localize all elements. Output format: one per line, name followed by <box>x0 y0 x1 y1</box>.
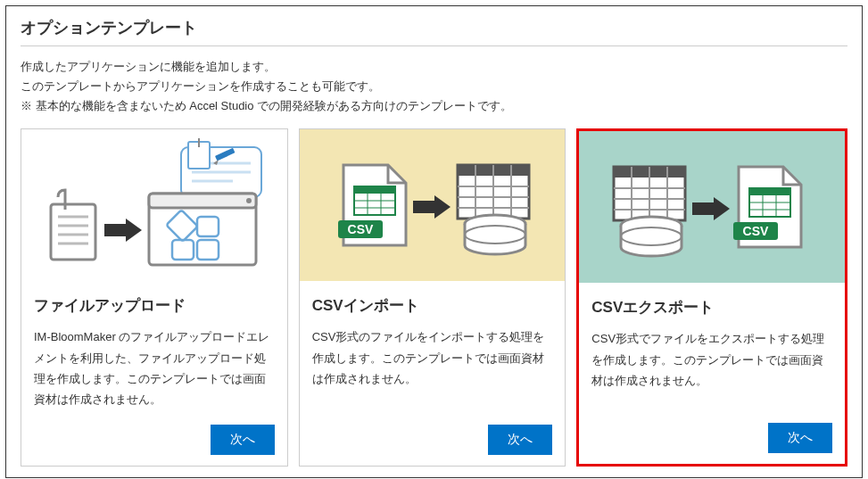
svg-rect-12 <box>104 224 126 236</box>
template-section: オプションテンプレート 作成したアプリケーションに機能を追加します。 このテンプ… <box>5 5 863 478</box>
svg-rect-7 <box>51 204 95 260</box>
next-button[interactable]: 次へ <box>768 423 832 453</box>
file-upload-illustration <box>21 129 287 281</box>
card-footer: 次へ <box>34 425 275 455</box>
svg-point-16 <box>246 198 252 203</box>
svg-marker-13 <box>126 219 142 242</box>
svg-rect-22 <box>354 186 395 194</box>
section-description: 作成したアプリケーションに機能を追加します。 このテンプレートからアプリケーショ… <box>21 57 847 116</box>
template-card-csv-import[interactable]: CSV <box>299 128 566 467</box>
card-title: ファイルアップロード <box>34 295 275 316</box>
card-body: ファイルアップロード IM-BloomMaker のファイルアップロードエレメン… <box>21 281 287 466</box>
section-title: オプションテンプレート <box>21 17 847 46</box>
card-footer: 次へ <box>312 425 553 455</box>
description-line: 作成したアプリケーションに機能を追加します。 <box>21 57 847 77</box>
card-description: IM-BloomMaker のファイルアップロードエレメントを利用した、ファイル… <box>34 326 275 410</box>
card-title: CSVインポート <box>312 295 553 316</box>
csv-import-illustration: CSV <box>300 129 566 281</box>
card-body: CSVインポート CSV形式のファイルをインポートする処理を作成します。このテン… <box>300 281 566 466</box>
svg-rect-15 <box>149 194 256 208</box>
svg-marker-30 <box>434 195 451 219</box>
card-description: CSV形式のファイルをインポートする処理を作成します。このテンプレートでは画面資… <box>312 326 553 410</box>
svg-text:CSV: CSV <box>743 224 769 238</box>
svg-rect-51 <box>692 202 714 215</box>
description-line: このテンプレートからアプリケーションを作成することも可能です。 <box>21 77 847 96</box>
description-line: ※ 基本的な機能を含まないため Accel Studio での開発経験がある方向… <box>21 96 847 116</box>
template-card-file-upload[interactable]: ファイルアップロード IM-BloomMaker のファイルアップロードエレメン… <box>21 128 288 467</box>
svg-rect-54 <box>749 188 790 195</box>
svg-rect-29 <box>413 201 434 213</box>
svg-marker-52 <box>714 197 730 220</box>
card-body: CSVエクスポート CSV形式でファイルをエクスポートする処理を作成します。この… <box>579 283 845 464</box>
next-button[interactable]: 次へ <box>211 425 275 455</box>
next-button[interactable]: 次へ <box>488 425 552 455</box>
svg-text:CSV: CSV <box>347 222 373 236</box>
template-cards: ファイルアップロード IM-BloomMaker のファイルアップロードエレメン… <box>21 128 847 467</box>
card-description: CSV形式でファイルをエクスポートする処理を作成します。このテンプレートでは画面… <box>591 328 832 409</box>
card-title: CSVエクスポート <box>591 297 832 318</box>
csv-export-illustration: CSV <box>579 131 845 283</box>
card-footer: 次へ <box>591 423 832 453</box>
template-card-csv-export[interactable]: CSV CSVエクスポート CSV形式でファイルをエクスポートする処理を作成しま… <box>576 128 847 467</box>
